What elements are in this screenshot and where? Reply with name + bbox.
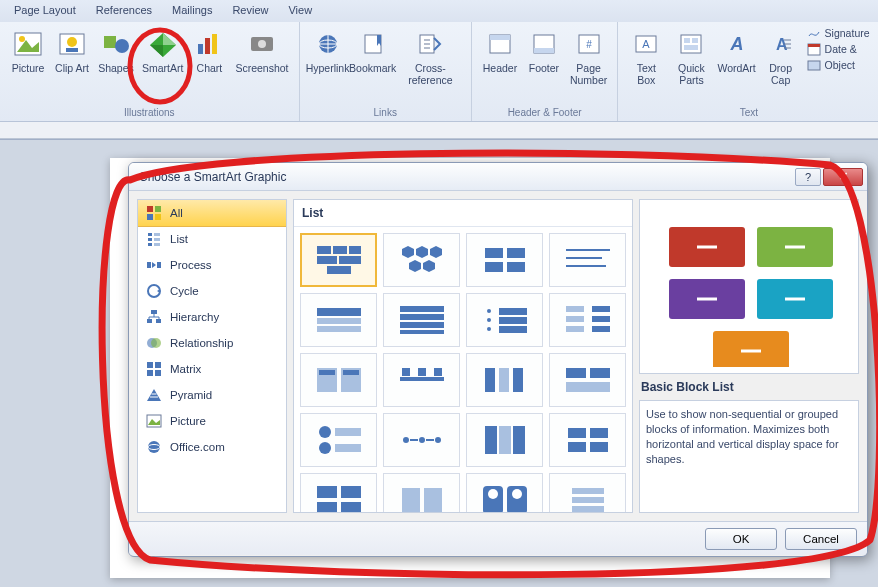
gallery-item-10[interactable] [466,353,543,407]
svg-rect-54 [151,310,157,314]
category-label: Hierarchy [170,311,219,323]
ribbon-tabs: Page Layout References Mailings Review V… [0,0,878,22]
gallery-item-6[interactable] [466,293,543,347]
clipart-button[interactable]: Clip Art [50,24,94,105]
category-label: All [170,207,183,219]
crossref-icon [414,28,446,60]
gallery-item-3[interactable] [549,233,626,287]
ribbon-group-headerfooter: Header Footer #Page Number Header & Foot… [472,22,618,121]
gallery-item-19[interactable] [549,473,626,512]
tab-view[interactable]: View [278,0,322,22]
shapes-button[interactable]: Shapes [94,24,138,105]
smartart-label: SmartArt [142,62,183,74]
chart-button[interactable]: Chart [187,24,231,105]
date-button[interactable]: Date & [807,42,870,56]
gallery-item-11[interactable] [549,353,626,407]
gallery-item-15[interactable] [549,413,626,467]
svg-rect-118 [566,368,586,378]
header-button[interactable]: Header [478,24,522,105]
svg-point-121 [319,426,331,438]
hyperlink-button[interactable]: Hyperlink [306,24,350,105]
svg-rect-136 [590,442,608,452]
svg-rect-132 [513,426,525,454]
category-list[interactable]: List [138,226,286,252]
ribbon-group-illustrations: Picture Clip Art Shapes SmartArt Chart S… [0,22,300,121]
svg-rect-122 [335,428,361,436]
svg-rect-135 [568,442,586,452]
gallery-item-1[interactable] [383,233,460,287]
dialog-close-button[interactable]: ✕ [823,168,863,186]
svg-rect-96 [499,317,527,324]
svg-rect-46 [154,233,160,236]
svg-rect-134 [590,428,608,438]
gallery-item-4[interactable] [300,293,377,347]
smartart-button[interactable]: SmartArt [138,24,187,105]
category-matrix[interactable]: Matrix [138,356,286,382]
svg-rect-102 [592,316,610,322]
gallery-item-12[interactable] [300,413,377,467]
dialog-help-button[interactable]: ? [795,168,821,186]
gallery-item-13[interactable] [383,413,460,467]
svg-rect-138 [341,486,361,498]
footer-button[interactable]: Footer [522,24,566,105]
pagenum-icon: # [573,28,605,60]
textbox-button[interactable]: AText Box [624,24,668,105]
gallery-item-17[interactable] [383,473,460,512]
quickparts-button[interactable]: Quick Parts [668,24,714,105]
ok-button[interactable]: OK [705,528,777,550]
screenshot-button[interactable]: Screenshot [231,24,292,105]
category-cycle[interactable]: Cycle [138,278,286,304]
svg-marker-63 [147,389,161,401]
smartart-icon [147,28,179,60]
svg-rect-97 [499,326,527,333]
relationship-icon [146,335,162,351]
category-process[interactable]: Process [138,252,286,278]
smartart-dialog: Choose a SmartArt Graphic ? ✕ AllListPro… [128,162,868,557]
dropcap-icon: A [765,28,797,60]
gallery-item-14[interactable] [466,413,543,467]
tab-page-layout[interactable]: Page Layout [4,0,86,22]
tab-mailings[interactable]: Mailings [162,0,222,22]
picture-button[interactable]: Picture [6,24,50,105]
gallery-item-0[interactable] [300,233,377,287]
dialog-titlebar[interactable]: Choose a SmartArt Graphic ? ✕ [129,163,867,191]
svg-rect-89 [317,318,361,324]
pagenumber-button[interactable]: #Page Number [566,24,611,105]
header-label: Header [483,62,517,74]
crossref-button[interactable]: Cross-reference [396,24,465,105]
category-pyramid[interactable]: Pyramid [138,382,286,408]
tab-review[interactable]: Review [222,0,278,22]
tab-references[interactable]: References [86,0,162,22]
cancel-button[interactable]: Cancel [785,528,857,550]
category-relationship[interactable]: Relationship [138,330,286,356]
svg-rect-124 [335,444,361,452]
category-label: Picture [170,415,206,427]
category-office-com[interactable]: Office.com [138,434,286,460]
chart-label: Chart [197,62,223,74]
wordart-button[interactable]: AWordArt [715,24,759,105]
signature-button[interactable]: Signature [807,26,870,40]
object-button[interactable]: Object [807,58,870,72]
gallery-item-5[interactable] [383,293,460,347]
category-picture[interactable]: Picture [138,408,286,434]
group-label-text: Text [624,105,873,121]
category-hierarchy[interactable]: Hierarchy [138,304,286,330]
svg-rect-84 [507,262,525,272]
signature-icon [807,26,821,40]
svg-rect-45 [148,243,152,246]
svg-rect-32 [684,45,698,50]
gallery-item-9[interactable] [383,353,460,407]
svg-marker-10 [150,45,163,57]
dropcap-button[interactable]: ADrop Cap [759,24,803,105]
gallery-item-2[interactable] [466,233,543,287]
svg-rect-142 [424,488,442,512]
bookmark-button[interactable]: Bookmark [350,24,396,105]
gallery-item-16[interactable] [300,473,377,512]
gallery-item-7[interactable] [549,293,626,347]
gallery-item-18[interactable] [466,473,543,512]
svg-rect-22 [490,35,510,40]
svg-rect-95 [499,308,527,315]
category-all[interactable]: All [137,199,287,227]
gallery-item-8[interactable] [300,353,377,407]
matrix-icon [146,361,162,377]
